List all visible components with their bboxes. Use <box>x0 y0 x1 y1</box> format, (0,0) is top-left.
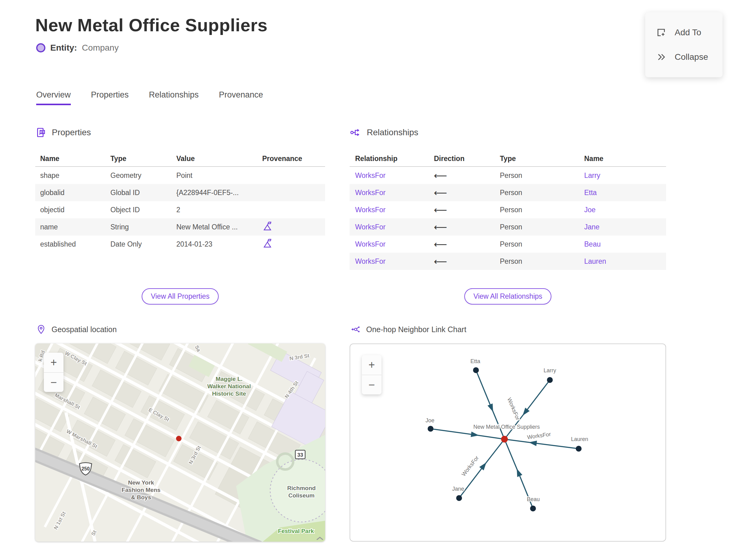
col-value: Value <box>176 155 262 163</box>
properties-icon <box>35 127 46 138</box>
geospatial-section-title: Geospatial location <box>52 325 117 334</box>
col-name: Name <box>35 155 110 163</box>
prop-type: Global ID <box>110 189 176 197</box>
page-title: New Metal Office Suppliers <box>35 15 268 35</box>
node-etta[interactable] <box>473 367 479 373</box>
relationship-link[interactable]: WorksFor <box>355 257 385 265</box>
add-to-button[interactable]: Add To <box>645 20 723 45</box>
related-entity-link[interactable]: Etta <box>584 189 597 197</box>
prop-value: New Metal Office ... <box>176 223 262 231</box>
relationship-link[interactable]: WorksFor <box>355 171 385 179</box>
map-canvas[interactable]: k Rd W Clay St Sa Marshall St W Marshall… <box>35 343 325 542</box>
related-entity-link[interactable]: Joe <box>584 206 596 214</box>
view-all-relationships-button[interactable]: View All Relationships <box>464 288 552 305</box>
related-type: Person <box>500 189 584 197</box>
node-labels: Etta Larry Joe Lauren Jane Beau New Meta… <box>425 358 588 502</box>
direction-arrow: ⟵ <box>434 187 500 198</box>
prop-type: Object ID <box>110 206 176 214</box>
prop-value: 2 <box>176 206 262 214</box>
node-joe[interactable] <box>428 426 434 432</box>
table-row: WorksFor ⟵ Person Beau <box>350 236 666 253</box>
svg-text:Festival Park: Festival Park <box>278 528 314 534</box>
zoom-in-button[interactable]: + <box>362 355 381 375</box>
table-row: objectid Object ID 2 <box>35 201 325 218</box>
table-row: WorksFor ⟵ Person Larry <box>350 167 666 184</box>
node-center-company[interactable] <box>501 436 508 443</box>
prop-type: Date Only <box>110 240 176 248</box>
relationship-link[interactable]: WorksFor <box>355 223 385 231</box>
prop-name: objectid <box>35 206 110 214</box>
svg-text:Lauren: Lauren <box>571 436 588 442</box>
svg-text:Joe: Joe <box>425 417 434 424</box>
svg-text:& Boys: & Boys <box>131 494 151 501</box>
link-chart-section-title: One-hop Neighbor Link Chart <box>366 325 466 334</box>
related-type: Person <box>500 171 584 180</box>
link-chart[interactable]: WorksFor WorksFor WorksFor Etta Larry Jo… <box>350 343 666 542</box>
svg-text:Walker National: Walker National <box>207 383 251 389</box>
tab-overview[interactable]: Overview <box>36 90 71 105</box>
node-beau[interactable] <box>530 506 536 512</box>
table-row: name String New Metal Office ... <box>35 218 325 236</box>
table-row: WorksFor ⟵ Person Joe <box>350 201 666 218</box>
route-shield-33: 33 <box>295 450 305 459</box>
entity-label: Entity: <box>50 43 77 53</box>
svg-text:Maggie L.: Maggie L. <box>216 376 243 382</box>
zoom-out-button[interactable]: − <box>362 375 381 394</box>
tab-provenance[interactable]: Provenance <box>219 90 263 105</box>
svg-text:Etta: Etta <box>470 358 481 364</box>
prop-name: name <box>35 223 110 231</box>
prop-name: shape <box>35 171 110 180</box>
map-pin-icon <box>36 324 46 334</box>
relationship-link[interactable]: WorksFor <box>355 206 385 214</box>
svg-text:Fashion Mens: Fashion Mens <box>122 487 161 493</box>
node-jane[interactable] <box>456 495 462 501</box>
graph-nodes <box>428 367 582 512</box>
related-type: Person <box>500 240 584 248</box>
prop-provenance <box>262 221 325 233</box>
tab-bar: Overview Properties Relationships Proven… <box>36 90 263 105</box>
col-relationship: Relationship <box>350 155 434 163</box>
relationship-link[interactable]: WorksFor <box>355 189 385 197</box>
table-row: WorksFor ⟵ Person Etta <box>350 184 666 201</box>
relationship-link[interactable]: WorksFor <box>355 240 385 248</box>
node-larry[interactable] <box>547 377 553 383</box>
svg-text:WorksFor: WorksFor <box>527 431 551 440</box>
related-entity-link[interactable]: Lauren <box>584 257 606 265</box>
zoom-out-button[interactable]: − <box>44 372 63 392</box>
prop-name: established <box>35 240 110 248</box>
link-chart-canvas[interactable]: WorksFor WorksFor WorksFor Etta Larry Jo… <box>350 344 666 542</box>
provenance-flag-icon[interactable] <box>262 238 273 248</box>
relationships-section-title: Relationships <box>367 128 418 137</box>
col-type: Type <box>110 155 176 163</box>
col-direction: Direction <box>434 155 500 163</box>
prop-value: {A228944F-0EF5-... <box>176 189 262 197</box>
location-marker[interactable] <box>176 436 182 441</box>
table-row: WorksFor ⟵ Person Jane <box>350 218 666 236</box>
entity-type-value: Company <box>82 43 119 53</box>
zoom-in-button[interactable]: + <box>44 353 63 372</box>
related-entity-link[interactable]: Larry <box>584 171 600 179</box>
collapse-button[interactable]: Collapse <box>645 45 723 69</box>
tab-relationships[interactable]: Relationships <box>149 90 199 105</box>
view-all-properties-button[interactable]: View All Properties <box>142 288 219 305</box>
entity-type-dot-icon <box>36 43 45 52</box>
direction-arrow: ⟵ <box>434 170 500 181</box>
provenance-flag-icon[interactable] <box>262 221 273 231</box>
geospatial-section-header: Geospatial location <box>36 324 117 334</box>
related-type: Person <box>500 206 584 214</box>
relationships-table: Relationship Direction Type Name WorksFo… <box>350 151 666 270</box>
tab-properties[interactable]: Properties <box>91 90 129 105</box>
related-entity-link[interactable]: Beau <box>584 240 601 248</box>
svg-text:33: 33 <box>297 452 303 458</box>
svg-text:Beau: Beau <box>527 496 540 502</box>
table-row: globalid Global ID {A228944F-0EF5-... <box>35 184 325 201</box>
geospatial-map[interactable]: k Rd W Clay St Sa Marshall St W Marshall… <box>35 343 325 542</box>
svg-text:Larry: Larry <box>543 367 556 374</box>
related-type: Person <box>500 223 584 231</box>
related-type: Person <box>500 257 584 266</box>
double-chevron-right-icon <box>656 52 667 63</box>
related-entity-link[interactable]: Jane <box>584 223 600 231</box>
one-hop-link-icon <box>350 324 361 334</box>
prop-value: 2014-01-23 <box>176 240 262 248</box>
node-lauren[interactable] <box>576 446 582 452</box>
